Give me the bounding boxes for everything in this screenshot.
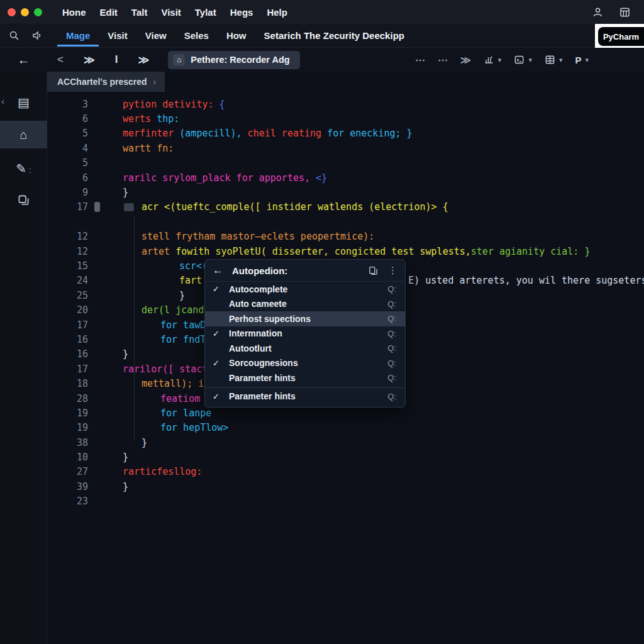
line-gutter[interactable]: 27 xyxy=(47,466,123,477)
pages-icon[interactable] xyxy=(369,266,378,275)
sidebar-item-copy[interactable] xyxy=(0,186,47,214)
line-gutter[interactable]: 17 xyxy=(47,364,123,375)
popup-item-perhost-supections[interactable]: Perhost supectionsQ: xyxy=(205,311,405,326)
line-number[interactable]: 19 xyxy=(47,408,88,419)
line-gutter[interactable]: 12 xyxy=(47,231,123,242)
code-line[interactable]: 5merfinter (ampecill), cheil reating for… xyxy=(47,126,644,141)
line-gutter[interactable]: 10 xyxy=(47,452,123,463)
run-config-button[interactable]: ⌂ Pethere: Recorder Adg xyxy=(168,51,299,69)
popup-item-autootlurt[interactable]: AutootlurtQ: xyxy=(205,341,405,356)
line-gutter[interactable]: 17 xyxy=(47,201,123,213)
line-number[interactable]: 39 xyxy=(47,481,88,492)
speaker-icon[interactable] xyxy=(26,30,50,41)
line-number[interactable]: 12 xyxy=(47,246,88,257)
popup-item-intermnation[interactable]: ✓IntermnationQ: xyxy=(205,326,405,341)
line-number[interactable]: 38 xyxy=(47,437,88,448)
code-line[interactable]: 4wartt fn: xyxy=(47,141,644,155)
titlebar-menu-talt[interactable]: Talt xyxy=(125,4,154,20)
popup-item-parameter-hints[interactable]: ✓Parameter hintsQ: xyxy=(205,387,405,404)
menubar-item-visit[interactable]: Visit xyxy=(99,25,136,47)
code-line[interactable]: 5 xyxy=(47,156,644,170)
back-icon[interactable]: ← xyxy=(213,264,223,277)
line-gutter[interactable]: 15 xyxy=(47,260,123,272)
line-number[interactable]: 20 xyxy=(47,304,88,316)
toolbar-nav-0[interactable]: < xyxy=(47,53,74,66)
line-number[interactable]: 9 xyxy=(47,187,88,198)
titlebar-menu-tylat[interactable]: Tylat xyxy=(189,4,223,20)
line-gutter[interactable]: 19 xyxy=(47,408,123,419)
titlebar-menu-hone[interactable]: Hone xyxy=(56,4,92,20)
code-line[interactable]: 17acr <(tueftc_comple([ instider watlend… xyxy=(47,200,644,214)
search-icon[interactable] xyxy=(0,30,26,41)
line-number[interactable]: 6 xyxy=(47,172,88,184)
line-gutter[interactable]: 4 xyxy=(47,143,123,154)
code-line[interactable]: 39} xyxy=(47,479,644,494)
line-gutter[interactable]: 6 xyxy=(47,172,123,184)
line-number[interactable]: 17 xyxy=(47,319,88,331)
menubar-item-how[interactable]: How xyxy=(218,25,255,47)
menubar-item-setarich-the-zecurity-deeckipp[interactable]: Setarich The Zecurity Deeckipp xyxy=(255,25,413,47)
expand-icon[interactable]: ≫ xyxy=(460,54,471,66)
sidebar-item-edit[interactable]: ✎ : xyxy=(0,155,47,182)
line-gutter[interactable]: 3 xyxy=(47,99,123,110)
line-number[interactable]: 6 xyxy=(47,113,88,125)
line-number[interactable]: 3 xyxy=(47,99,88,110)
code-line[interactable]: 19for hepTlow> xyxy=(47,421,644,435)
popup-item-parameter-hints[interactable]: Parameter hintsQ: xyxy=(205,370,405,386)
popup-item-sorcougnesions[interactable]: ✓SorcougnesionsQ: xyxy=(205,356,405,371)
toolbar-nav-2[interactable]: I xyxy=(105,53,128,66)
traffic-light-close[interactable] xyxy=(8,8,16,16)
line-gutter[interactable]: 24 xyxy=(47,275,123,286)
code-line[interactable]: 12artet fowith syoPletU( disserter, cong… xyxy=(47,244,644,258)
code-line[interactable]: 3pytion detivity: { xyxy=(47,97,644,111)
line-number[interactable]: 16 xyxy=(47,348,88,360)
line-number[interactable]: 17 xyxy=(47,364,88,375)
line-number[interactable]: 27 xyxy=(47,466,88,477)
line-gutter[interactable]: 9 xyxy=(47,187,123,198)
code-line[interactable]: 27rarticfesllog: xyxy=(47,465,644,479)
line-number[interactable]: 24 xyxy=(47,275,88,286)
line-gutter[interactable]: 16 xyxy=(47,334,123,345)
titlebar-menu-edit[interactable]: Edit xyxy=(94,4,124,20)
toolbar-nav-3[interactable]: ≫ xyxy=(128,53,159,67)
user-icon[interactable] xyxy=(592,7,603,18)
line-number[interactable]: 10 xyxy=(47,452,88,463)
line-number[interactable]: 17 xyxy=(47,201,88,213)
line-gutter[interactable]: 23 xyxy=(47,496,123,507)
traffic-light-minimize[interactable] xyxy=(21,8,29,16)
line-number[interactable]: 15 xyxy=(47,260,88,272)
more-icon-2[interactable]: ⋯ xyxy=(438,54,448,66)
menubar-item-seles[interactable]: Seles xyxy=(175,25,218,47)
popup-item-auto-cameete[interactable]: Auto cameeteQ: xyxy=(205,297,405,312)
gutter-icon[interactable] xyxy=(124,203,134,211)
code-line[interactable]: 12stell frytham mastor—eclets peopertmic… xyxy=(47,230,644,244)
toolbar-nav-1[interactable]: ≫ xyxy=(74,53,105,67)
editor-tab[interactable]: ACChartel's prescred › xyxy=(47,72,165,92)
code-line[interactable]: 9} xyxy=(47,185,644,199)
back-button[interactable]: ← xyxy=(0,53,47,67)
code-line[interactable]: 19for lanpe xyxy=(47,406,644,420)
line-gutter[interactable]: 6 xyxy=(47,113,123,125)
grid-tool-button[interactable]: ▾ xyxy=(545,55,563,65)
line-number[interactable]: 5 xyxy=(47,157,88,169)
profile-tool-button[interactable]: P ▾ xyxy=(575,55,589,65)
line-number[interactable]: 16 xyxy=(47,334,88,345)
code-line[interactable]: 6werts thp: xyxy=(47,111,644,126)
line-number[interactable]: 18 xyxy=(47,378,88,389)
line-gutter[interactable]: 25 xyxy=(47,290,123,301)
line-gutter[interactable]: 17 xyxy=(47,319,123,331)
titlebar-menu-help[interactable]: Help xyxy=(260,4,294,20)
calendar-icon[interactable] xyxy=(619,7,630,18)
sidebar-item-home[interactable]: ⌂ xyxy=(0,121,47,148)
chart-tool-button[interactable]: ▾ xyxy=(484,55,502,65)
menubar-item-mage[interactable]: Mage xyxy=(57,25,99,47)
code-line[interactable]: 38} xyxy=(47,435,644,450)
line-number[interactable]: 12 xyxy=(47,231,88,242)
line-gutter[interactable]: 18 xyxy=(47,378,123,389)
line-gutter[interactable]: 38 xyxy=(47,437,123,448)
code-line[interactable]: 10} xyxy=(47,450,644,464)
titlebar-menu-visit[interactable]: Visit xyxy=(155,4,187,20)
line-number[interactable]: 5 xyxy=(47,128,88,139)
popup-item-autocomplete[interactable]: ✓AutocompleteQ: xyxy=(205,282,405,297)
code-line[interactable]: 23 xyxy=(47,494,644,509)
